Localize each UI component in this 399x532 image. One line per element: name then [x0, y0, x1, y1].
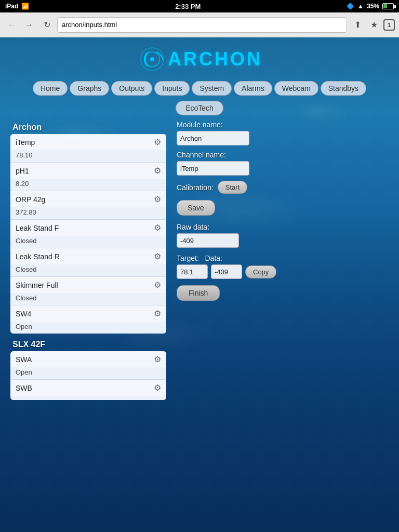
channel-row-orp: ORP 42g ⚙ [10, 191, 166, 207]
list-item: SWB ⚙ [10, 380, 166, 400]
status-left: iPad 📶 [5, 3, 29, 10]
browser-actions: ⬆ ★ 1 [350, 18, 395, 32]
slx-channels: SWA ⚙ Open SWB ⚙ [10, 351, 166, 400]
target-label-text: Target: [177, 254, 199, 262]
list-item: SW4 ⚙ Open [10, 305, 166, 334]
nav-alarms[interactable]: Alarms [234, 81, 272, 96]
nav-graphs[interactable]: Graphs [70, 81, 109, 96]
nav-outputs[interactable]: Outputs [111, 81, 152, 96]
channel-name-ph1: pH1 [16, 167, 29, 175]
start-button[interactable]: Start [218, 181, 247, 194]
share-button[interactable]: ⬆ [350, 18, 365, 32]
status-right: 🔷 ▲ 35% [347, 3, 394, 10]
channel-value-ph1: 8.20 [10, 179, 166, 191]
logo-area: ARCHON [0, 37, 399, 78]
target-row: Copy [177, 264, 389, 279]
gear-icon-itemp[interactable]: ⚙ [154, 137, 161, 147]
target-section: Target: Data: Copy [177, 254, 389, 279]
raw-data-input[interactable] [177, 233, 239, 248]
channel-row-ph1: pH1 ⚙ [10, 163, 166, 179]
data-value-input[interactable] [211, 264, 242, 279]
finish-button[interactable]: Finish [177, 285, 220, 301]
raw-data-section: Raw data: [177, 223, 389, 248]
signal-icon: ▲ [357, 3, 364, 10]
list-item: SWA ⚙ Open [10, 351, 166, 380]
svg-point-2 [150, 57, 154, 61]
module-name-input[interactable] [177, 131, 249, 145]
channel-value-orp: 372.80 [10, 207, 166, 219]
channel-name-input[interactable] [177, 161, 249, 176]
svg-point-0 [141, 48, 164, 71]
slx-header: SLX 42F [10, 338, 166, 351]
back-button[interactable]: ← [4, 18, 19, 32]
data-label-text: Data: [205, 254, 222, 262]
time-display: 2:33 PM [175, 3, 201, 10]
calibration-row: Calibration: Start [177, 181, 389, 194]
archon-module: Archon iTemp ⚙ 78.10 pH1 ⚙ [10, 121, 166, 334]
wifi-icon: 📶 [21, 3, 29, 10]
status-bar: iPad 📶 2:33 PM 🔷 ▲ 35% [0, 0, 399, 12]
channel-name-skimmer: Skimmer Full [16, 281, 58, 289]
nav-system[interactable]: System [192, 81, 232, 96]
channel-name-leakr: Leak Stand R [16, 252, 60, 261]
page-background: ARCHON Home Graphs Outputs Inputs System… [0, 37, 399, 532]
channel-name-sw4: SW4 [16, 310, 31, 318]
save-button[interactable]: Save [177, 200, 215, 216]
channel-value-skimmer: Closed [10, 293, 166, 305]
nav-home[interactable]: Home [33, 81, 68, 96]
battery-percent: 35% [367, 3, 379, 10]
channel-value-sw4: Open [10, 322, 166, 334]
gear-icon-orp[interactable]: ⚙ [154, 194, 161, 204]
gear-icon-leakr[interactable]: ⚙ [154, 251, 161, 261]
slx-module: SLX 42F SWA ⚙ Open SWB ⚙ [10, 338, 166, 400]
channel-name-itemp: iTemp [16, 138, 35, 147]
channel-value-swb [10, 396, 166, 400]
gear-icon-skimmer[interactable]: ⚙ [154, 280, 161, 290]
forward-button[interactable]: → [22, 18, 36, 32]
archon-header: Archon [10, 121, 166, 134]
logo-symbol [137, 44, 168, 75]
target-value-input[interactable] [177, 264, 208, 279]
carrier-label: iPad [5, 3, 18, 10]
list-item: iTemp ⚙ 78.10 [10, 134, 166, 163]
channel-row-swa: SWA ⚙ [10, 351, 166, 367]
logo-text: ARCHON [168, 48, 262, 70]
ecotech-row: EcoTech [0, 99, 399, 118]
ecotech-button[interactable]: EcoTech [176, 101, 223, 115]
channel-name-leakf: Leak Stand F [16, 224, 59, 232]
channel-name-swb: SWB [16, 384, 32, 392]
target-data-label: Target: Data: [177, 254, 389, 262]
list-item: Skimmer Full ⚙ Closed [10, 277, 166, 305]
channel-row-leakr: Leak Stand R ⚙ [10, 248, 166, 264]
channel-row-itemp: iTemp ⚙ [10, 134, 166, 150]
right-panel: Module name: Channel name: Calibration: … [177, 121, 389, 404]
list-item: Leak Stand F ⚙ Closed [10, 220, 166, 248]
tab-count[interactable]: 1 [383, 19, 395, 31]
channel-row-skimmer: Skimmer Full ⚙ [10, 277, 166, 293]
svg-point-1 [145, 52, 159, 66]
gear-icon-ph1[interactable]: ⚙ [154, 166, 161, 176]
calibration-label: Calibration: [177, 183, 214, 192]
channel-name-orp: ORP 42g [16, 195, 45, 204]
channel-row-sw4: SW4 ⚙ [10, 305, 166, 322]
nav-standbys[interactable]: Standbys [321, 81, 366, 96]
nav-inputs[interactable]: Inputs [154, 81, 190, 96]
bluetooth-icon: 🔷 [347, 3, 354, 10]
gear-icon-leakf[interactable]: ⚙ [154, 223, 161, 233]
gear-icon-sw4[interactable]: ⚙ [154, 309, 161, 318]
channel-value-leakr: Closed [10, 264, 166, 276]
url-bar[interactable]: archon/inputs.html [57, 17, 347, 33]
nav-menu: Home Graphs Outputs Inputs System Alarms… [0, 78, 399, 99]
gear-icon-swb[interactable]: ⚙ [154, 383, 161, 393]
list-item: Leak Stand R ⚙ Closed [10, 248, 166, 277]
channel-row-swb: SWB ⚙ [10, 380, 166, 396]
reload-button[interactable]: ↻ [39, 18, 54, 32]
channel-value-itemp: 78.10 [10, 150, 166, 162]
copy-button[interactable]: Copy [245, 265, 276, 278]
nav-webcam[interactable]: Webcam [274, 81, 318, 96]
bookmark-button[interactable]: ★ [367, 18, 381, 32]
battery-icon [382, 3, 394, 9]
raw-data-label: Raw data: [177, 223, 389, 231]
gear-icon-swa[interactable]: ⚙ [154, 354, 161, 364]
channel-value-leakf: Closed [10, 236, 166, 248]
